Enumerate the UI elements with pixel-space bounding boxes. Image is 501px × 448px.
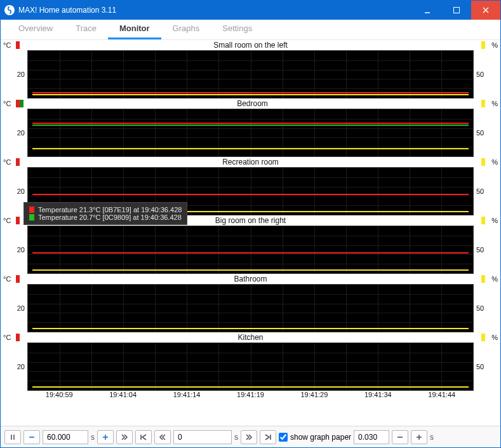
series-temperature bbox=[32, 92, 469, 93]
tab-overview[interactable]: Overview bbox=[7, 18, 64, 39]
chart-header: °C Small room on the left % bbox=[3, 40, 498, 50]
chart-header: °C Bedroom % bbox=[3, 98, 498, 109]
chart-body: 20 50 bbox=[3, 226, 498, 274]
step-unit: s bbox=[430, 433, 434, 442]
tooltip-line-1: Temperature 21.3°C [0B7E19] at 19:40:36.… bbox=[38, 206, 182, 214]
interval-input[interactable] bbox=[43, 430, 88, 444]
graph-paper-label: show graph paper bbox=[290, 433, 351, 442]
tab-bar: Overview Trace Monitor Graphs Settings bbox=[1, 20, 500, 40]
chart-4: °C Bathroom % 20 50 bbox=[3, 274, 498, 332]
chart-plot[interactable] bbox=[27, 343, 474, 391]
chart-title: Bathroom bbox=[20, 275, 481, 283]
titlebar: MAX! Home automation 3.11 bbox=[1, 1, 500, 20]
chart-plot[interactable] bbox=[27, 50, 474, 98]
right-axis-unit: % bbox=[485, 100, 498, 107]
right-axis-tick: 50 bbox=[474, 284, 498, 332]
chart-header: °C Kitchen % bbox=[3, 332, 498, 343]
chart-body: 20 50 bbox=[3, 109, 498, 157]
chart-plot[interactable] bbox=[27, 109, 474, 157]
step-decrease-button[interactable] bbox=[392, 430, 408, 444]
pause-button[interactable] bbox=[4, 430, 21, 444]
zoom-in-button[interactable] bbox=[97, 430, 114, 444]
chart-1: °C Bedroom % 20 50 bbox=[3, 98, 498, 157]
right-axis-unit: % bbox=[485, 41, 498, 49]
chart-body: 20 50 bbox=[3, 284, 498, 332]
series-valve bbox=[32, 269, 469, 271]
interval-unit: s bbox=[91, 433, 95, 442]
left-axis-tick: 20 bbox=[3, 50, 27, 98]
tab-graphs[interactable]: Graphs bbox=[161, 18, 211, 39]
series-valve bbox=[32, 148, 469, 149]
series-temperature-0C9809 bbox=[32, 125, 469, 126]
chart-plot[interactable] bbox=[27, 226, 474, 274]
tooltip-swatch-green bbox=[29, 214, 34, 221]
series-valve bbox=[32, 328, 469, 329]
time-tick: 19:41:29 bbox=[283, 391, 346, 402]
step-increase-button[interactable] bbox=[411, 430, 427, 444]
minimize-button[interactable] bbox=[413, 1, 442, 20]
app-icon bbox=[4, 5, 15, 15]
right-axis-unit: % bbox=[485, 217, 498, 224]
time-tick: 19:41:14 bbox=[155, 391, 218, 402]
tab-trace[interactable]: Trace bbox=[64, 18, 108, 39]
series-temperature-0B7E19 bbox=[32, 123, 469, 124]
chart-plot[interactable] bbox=[27, 284, 474, 332]
chart-title: Small room on the left bbox=[20, 41, 481, 50]
forward-button[interactable] bbox=[241, 430, 257, 444]
chart-title: Kitchen bbox=[20, 333, 481, 342]
series-valve bbox=[32, 386, 469, 388]
chart-header: °C Recreation room % bbox=[3, 157, 498, 167]
window-title: MAX! Home automation 3.11 bbox=[18, 6, 413, 15]
right-axis-tick: 50 bbox=[474, 50, 498, 98]
chart-5: °C Kitchen % 20 50 bbox=[3, 332, 498, 391]
chart-header: °C Bathroom % bbox=[3, 274, 498, 284]
time-tick: 19:40:59 bbox=[27, 391, 91, 402]
tab-monitor[interactable]: Monitor bbox=[108, 18, 161, 39]
right-axis-tick: 50 bbox=[474, 343, 498, 391]
chart-title: Recreation room bbox=[20, 158, 481, 166]
app-window: MAX! Home automation 3.11 Overview Trace… bbox=[0, 0, 501, 448]
right-axis-tick: 50 bbox=[474, 167, 498, 215]
right-axis-tick: 50 bbox=[474, 226, 498, 274]
series-temperature bbox=[32, 252, 469, 254]
time-axis: 19:40:5919:41:0419:41:1419:41:1919:41:29… bbox=[3, 391, 498, 402]
offset-input[interactable] bbox=[173, 430, 232, 444]
right-axis-unit: % bbox=[485, 334, 498, 341]
chart-0: °C Small room on the left % 20 50 bbox=[3, 40, 498, 98]
tab-settings[interactable]: Settings bbox=[211, 18, 264, 39]
time-tick: 19:41:19 bbox=[218, 391, 282, 402]
skip-start-button[interactable] bbox=[135, 430, 152, 444]
chart-body: 20 50 bbox=[3, 50, 498, 98]
series-temperature bbox=[32, 194, 469, 195]
left-axis-tick: 20 bbox=[3, 226, 27, 274]
left-axis-tick: 20 bbox=[3, 343, 27, 391]
tooltip-swatch-red bbox=[29, 207, 34, 213]
graph-paper-checkbox[interactable]: show graph paper bbox=[279, 433, 351, 442]
skip-end-button[interactable] bbox=[260, 430, 276, 444]
left-axis-unit: °C bbox=[3, 100, 16, 107]
chart-body: 20 50 bbox=[3, 343, 498, 391]
left-axis-unit: °C bbox=[3, 41, 16, 49]
left-axis-unit: °C bbox=[3, 275, 16, 283]
chart-title: Bedroom bbox=[23, 99, 481, 108]
right-axis-unit: % bbox=[485, 158, 498, 166]
toolbar: s s show graph paper s bbox=[1, 426, 500, 447]
right-axis-tick: 50 bbox=[474, 109, 498, 157]
left-axis-tick: 20 bbox=[3, 284, 27, 332]
rewind-button[interactable] bbox=[154, 430, 171, 444]
tooltip-line-2: Temperature 20.7°C [0C9809] at 19:40:36.… bbox=[38, 214, 182, 221]
fast-forward-button[interactable] bbox=[116, 430, 133, 444]
time-tick: 19:41:04 bbox=[91, 391, 154, 402]
step-input[interactable] bbox=[354, 430, 389, 444]
time-tick: 19:41:34 bbox=[346, 391, 410, 402]
series-valve bbox=[32, 94, 469, 95]
left-axis-unit: °C bbox=[3, 158, 16, 166]
left-axis-unit: °C bbox=[3, 334, 16, 341]
right-axis-unit: % bbox=[485, 275, 498, 283]
charts-panel: °C Small room on the left % 20 50 °C Bed… bbox=[1, 40, 500, 426]
offset-unit: s bbox=[234, 433, 238, 442]
zoom-out-button[interactable] bbox=[23, 430, 40, 444]
series-tooltip: Temperature 21.3°C [0B7E19] at 19:40:36.… bbox=[23, 202, 187, 225]
maximize-button[interactable] bbox=[442, 1, 471, 20]
close-button[interactable] bbox=[471, 1, 500, 20]
